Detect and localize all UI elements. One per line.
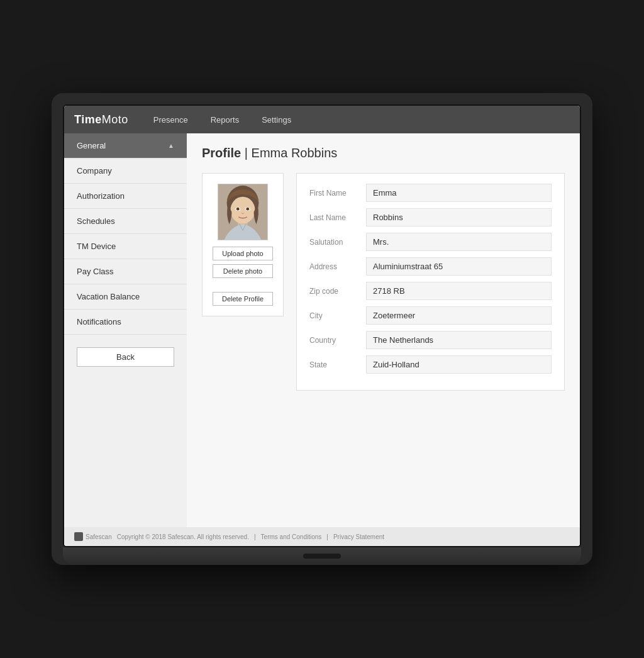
field-row-zipcode: Zip code 2718 RB [309,282,552,300]
nav-presence[interactable]: Presence [153,115,188,125]
field-value-city: Zoetermeer [366,306,552,325]
delete-photo-button[interactable]: Delete photo [213,264,273,278]
sidebar-item-tm-device[interactable]: TM Device [64,234,187,259]
nav-items: Presence Reports Settings [153,115,291,125]
content-area: Profile | Emma Robbins [187,133,580,527]
sidebar-item-authorization[interactable]: Authorization [64,184,187,209]
field-row-state: State Zuid-Holland [309,355,552,374]
profile-section: Upload photo Delete photo Delete Profile… [202,173,565,391]
field-row-lastname: Last Name Robbins [309,208,552,226]
field-value-address: Aluminiumstraat 65 [366,257,552,276]
field-value-firstname: Emma [366,184,552,202]
field-row-salutation: Salutation Mrs. [309,233,552,251]
field-row-country: Country The Netherlands [309,331,552,349]
footer-separator: | [254,533,256,540]
footer-brand: Safescan [86,533,112,540]
footer-separator2: | [326,533,328,540]
nav-settings[interactable]: Settings [262,115,291,125]
sidebar-item-vacation-balance[interactable]: Vacation Balance [64,284,187,309]
field-row-address: Address Aluminiumstraat 65 [309,257,552,276]
page-title-name: Emma Robbins [252,146,338,160]
field-label-firstname: First Name [309,189,366,198]
svg-point-6 [236,208,240,211]
field-label-country: Country [309,336,366,345]
field-value-zipcode: 2718 RB [366,282,552,300]
profile-photo-svg [218,184,267,240]
page-title-separator: | [245,146,252,160]
sidebar: General Company Authorization Schedules … [64,133,187,527]
app-logo: TimeMoto [74,113,128,126]
footer-privacy[interactable]: Privacy Statement [333,533,384,540]
upload-photo-button[interactable]: Upload photo [213,247,273,260]
field-label-city: City [309,311,366,320]
sidebar-item-pay-class[interactable]: Pay Class [64,259,187,284]
field-value-salutation: Mrs. [366,233,552,251]
profile-photo [218,184,268,240]
sidebar-item-general[interactable]: General [64,133,187,159]
footer: Safescan Copyright © 2018 Safescan. All … [64,527,580,546]
nav-reports[interactable]: Reports [211,115,240,125]
field-label-state: State [309,360,366,369]
field-value-country: The Netherlands [366,331,552,349]
sidebar-item-company[interactable]: Company [64,159,187,184]
footer-terms[interactable]: Terms and Conditions [261,533,322,540]
back-button-container: Back [77,347,174,367]
footer-copyright: Copyright © 2018 Safescan. All rights re… [117,533,249,540]
field-row-firstname: First Name Emma [309,184,552,202]
laptop-notch [303,554,341,559]
field-label-zipcode: Zip code [309,287,366,296]
field-label-address: Address [309,262,366,271]
main-area: General Company Authorization Schedules … [64,133,580,527]
photo-card: Upload photo Delete photo Delete Profile [202,173,284,316]
field-value-lastname: Robbins [366,208,552,226]
footer-logo: Safescan [74,532,112,541]
topnav: TimeMoto Presence Reports Settings [64,106,580,133]
sidebar-item-notifications[interactable]: Notifications [64,309,187,335]
field-row-city: City Zoetermeer [309,306,552,325]
field-value-state: Zuid-Holland [366,355,552,374]
page-title: Profile | Emma Robbins [202,146,565,160]
field-label-salutation: Salutation [309,238,366,247]
svg-point-7 [246,208,249,211]
fields-card: First Name Emma Last Name Robbins Saluta… [296,173,565,391]
field-label-lastname: Last Name [309,213,366,222]
safescan-icon [74,532,83,541]
page-title-prefix: Profile [202,146,241,160]
svg-point-3 [231,197,255,224]
sidebar-item-schedules[interactable]: Schedules [64,209,187,234]
back-button[interactable]: Back [77,347,174,367]
delete-profile-button[interactable]: Delete Profile [213,292,273,306]
